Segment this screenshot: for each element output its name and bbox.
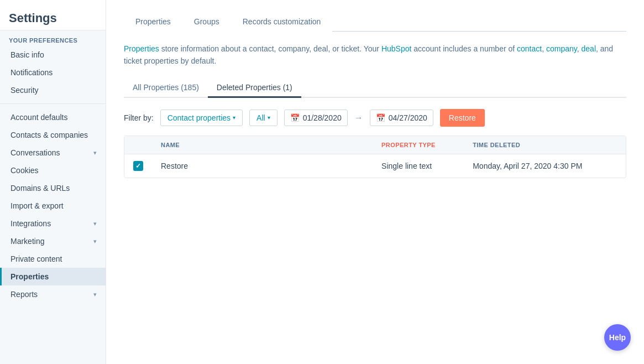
sidebar-section-preferences: Your preferences — [0, 30, 106, 46]
filter-type-label: Contact properties — [167, 113, 231, 122]
th-checkbox — [124, 136, 152, 154]
filter-type-button[interactable]: Contact properties ▾ — [160, 110, 243, 126]
calendar-icon: 📅 — [290, 113, 300, 122]
sub-tab-label: Deleted Properties (1) — [217, 83, 292, 92]
date-from-value: 01/28/2020 — [303, 113, 342, 122]
restore-button[interactable]: Restore — [440, 109, 485, 127]
info-text-content: Properties store information about a con… — [124, 44, 613, 65]
chevron-down-icon: ▾ — [268, 115, 270, 121]
date-from-input[interactable]: 📅 01/28/2020 — [284, 110, 348, 126]
sidebar-item-label: Basic info — [11, 50, 44, 59]
deal-link[interactable]: deal — [582, 44, 596, 53]
sidebar-item-contacts-companies[interactable]: Contacts & companies — [0, 126, 106, 144]
table: NAME PROPERTY TYPE TIME DELETED — [124, 136, 626, 178]
sidebar-item-label: Reports — [11, 290, 38, 299]
sidebar-item-label: Account defaults — [11, 113, 68, 122]
sidebar-item-basic-info[interactable]: Basic info — [0, 46, 106, 64]
sidebar-item-integrations[interactable]: Integrations ▾ — [0, 215, 106, 232]
sub-tab-label: All Properties (185) — [133, 83, 199, 92]
company-link[interactable]: company — [546, 44, 577, 53]
sidebar-item-conversations[interactable]: Conversations ▾ — [0, 144, 106, 162]
chevron-down-icon: ▾ — [233, 115, 235, 121]
main-tabs: Properties Groups Records customization — [124, 11, 626, 32]
th-time-label: TIME DELETED — [473, 142, 520, 148]
sidebar-item-cookies[interactable]: Cookies — [0, 162, 106, 179]
filter-row: Filter by: Contact properties ▾ All ▾ 📅 … — [124, 109, 626, 127]
row-time-deleted: Monday, April 27, 2020 4:30 PM — [473, 162, 582, 170]
sidebar-item-label: Contacts & companies — [11, 131, 88, 139]
calendar-icon: 📅 — [376, 113, 385, 122]
sidebar-item-reports[interactable]: Reports ▾ — [0, 285, 106, 303]
table-header: NAME PROPERTY TYPE TIME DELETED — [124, 136, 626, 154]
row-time-cell: Monday, April 27, 2020 4:30 PM — [464, 154, 626, 178]
sidebar-item-domains-urls[interactable]: Domains & URLs — [0, 179, 106, 197]
date-to-value: 04/27/2020 — [389, 113, 427, 122]
row-name-cell: Restore — [152, 154, 373, 178]
sidebar-item-label: Integrations — [11, 219, 51, 228]
sidebar-item-import-export[interactable]: Import & export — [0, 197, 106, 215]
row-checkbox-cell[interactable] — [124, 154, 152, 178]
chevron-down-icon: ▾ — [93, 149, 97, 157]
sidebar-item-notifications[interactable]: Notifications — [0, 64, 106, 81]
tab-properties[interactable]: Properties — [124, 11, 182, 32]
sidebar-divider — [0, 103, 106, 104]
properties-table: NAME PROPERTY TYPE TIME DELETED — [124, 136, 626, 178]
help-button[interactable]: Help — [604, 324, 631, 351]
contact-link[interactable]: contact — [517, 44, 542, 53]
sidebar-item-label: Conversations — [11, 148, 60, 157]
row-checkbox[interactable] — [133, 161, 143, 171]
th-name-label: NAME — [161, 142, 180, 148]
sidebar-item-properties[interactable]: Properties — [0, 268, 106, 285]
main-content: Properties Groups Records customization … — [106, 0, 644, 364]
properties-link[interactable]: Properties — [124, 44, 159, 53]
app-title: Settings — [0, 0, 106, 30]
row-name: Restore — [161, 162, 188, 170]
sidebar-item-label: Import & export — [11, 201, 64, 210]
filter-status-label: All — [256, 113, 265, 122]
sub-tab-all-properties[interactable]: All Properties (185) — [124, 79, 208, 98]
arrow-right-icon: → — [354, 113, 363, 123]
sidebar-item-private-content[interactable]: Private content — [0, 250, 106, 268]
hubspot-link[interactable]: HubSpot — [381, 44, 411, 53]
filter-by-label: Filter by: — [124, 113, 154, 122]
chevron-down-icon: ▾ — [93, 238, 97, 245]
th-name: NAME — [152, 136, 373, 154]
row-property-type: Single line text — [381, 162, 432, 170]
th-time-deleted: TIME DELETED — [464, 136, 626, 154]
info-text: Properties store information about a con… — [124, 43, 626, 67]
filter-status-button[interactable]: All ▾ — [249, 110, 278, 126]
chevron-down-icon: ▾ — [93, 220, 97, 227]
sidebar-item-label: Notifications — [11, 68, 53, 77]
sidebar-item-label: Properties — [11, 272, 49, 281]
sidebar-item-label: Domains & URLs — [11, 184, 70, 193]
th-type-label: PROPERTY TYPE — [381, 142, 436, 148]
table-row: Restore Single line text Monday, April 2… — [124, 154, 626, 178]
tab-label: Properties — [135, 17, 171, 26]
sidebar-item-label: Private content — [11, 254, 62, 263]
tab-groups[interactable]: Groups — [182, 11, 231, 32]
sidebar-item-security[interactable]: Security — [0, 81, 106, 99]
row-type-cell: Single line text — [373, 154, 464, 178]
sidebar-item-label: Security — [11, 86, 39, 95]
sidebar-item-label: Marketing — [11, 237, 44, 246]
sidebar: Settings Your preferences Basic info Not… — [0, 0, 106, 364]
sub-tabs: All Properties (185) Deleted Properties … — [124, 79, 626, 98]
sub-tab-deleted-properties[interactable]: Deleted Properties (1) — [208, 79, 301, 98]
tab-label: Groups — [194, 17, 219, 26]
tab-records-customization[interactable]: Records customization — [231, 11, 333, 32]
tab-label: Records customization — [243, 17, 321, 26]
sidebar-item-account-defaults[interactable]: Account defaults — [0, 108, 106, 126]
th-property-type: PROPERTY TYPE — [373, 136, 464, 154]
sidebar-item-marketing[interactable]: Marketing ▾ — [0, 232, 106, 250]
chevron-down-icon: ▾ — [93, 291, 97, 298]
date-to-input[interactable]: 📅 04/27/2020 — [370, 110, 433, 126]
sidebar-item-label: Cookies — [11, 166, 39, 175]
table-body: Restore Single line text Monday, April 2… — [124, 154, 626, 178]
